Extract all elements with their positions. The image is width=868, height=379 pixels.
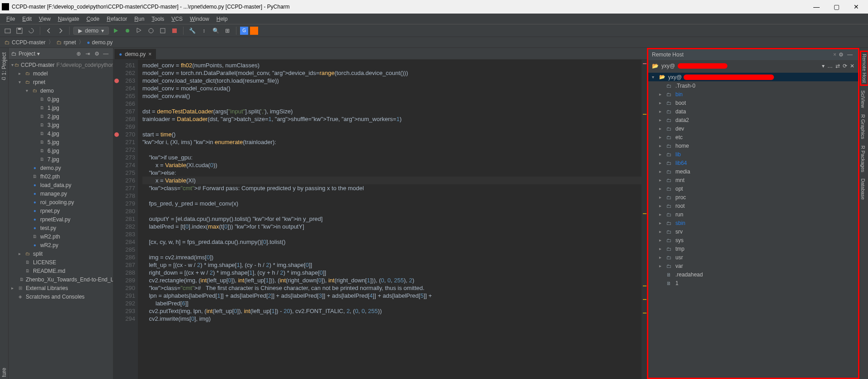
tree-row[interactable]: ●roi_pooling.py bbox=[9, 198, 113, 206]
hide-icon[interactable]: — bbox=[845, 50, 854, 59]
remote-tree-row[interactable]: ▸🗀mnt bbox=[648, 176, 858, 184]
tree-row[interactable]: 🗎fh02.pth bbox=[9, 172, 113, 181]
remote-tree[interactable]: ▾ 📂 yxy@ 🗀.Trash-0▸🗀bin▸🗀boot▸🗀data▸🗀dat… bbox=[648, 72, 858, 378]
remote-host-selector[interactable]: 📂 yxy@ ▾ … ⇄ ⟳ ✕ bbox=[648, 60, 858, 72]
tree-row[interactable]: ●wR2.py bbox=[9, 241, 113, 249]
menu-window[interactable]: Window bbox=[186, 14, 213, 24]
structure-tool-button[interactable]: ture bbox=[1, 366, 7, 379]
breadcrumb-item[interactable]: 🗀CCPD-master bbox=[3, 39, 47, 46]
filter-icon[interactable]: ⇄ bbox=[835, 63, 840, 69]
remote-tree-row[interactable]: ▸🗀usr bbox=[648, 253, 858, 262]
tree-row[interactable]: 🗎1.jpg bbox=[9, 103, 113, 112]
tree-row[interactable]: ◈Scratches and Consoles bbox=[9, 292, 113, 301]
remote-tree-row[interactable]: 🗀.Trash-0 bbox=[648, 81, 858, 90]
more-icon[interactable]: … bbox=[827, 63, 833, 69]
remote-tree-row[interactable]: ▸🗀proc bbox=[648, 193, 858, 201]
remote-tree-row[interactable]: ▸🗀lib bbox=[648, 150, 858, 159]
remote-tree-row[interactable]: ▸🗀etc bbox=[648, 133, 858, 141]
remote-tree-row[interactable]: ▸🗀data bbox=[648, 107, 858, 116]
tree-row[interactable]: ●manage.py bbox=[9, 189, 113, 198]
breadcrumb-item[interactable]: ●demo.py bbox=[85, 39, 114, 46]
google-icon[interactable]: G bbox=[240, 27, 248, 35]
tree-row[interactable]: ●test.py bbox=[9, 224, 113, 232]
remote-tree-row[interactable]: ▸🗀root bbox=[648, 201, 858, 210]
stop-button[interactable] bbox=[170, 26, 179, 36]
orange-icon[interactable] bbox=[250, 27, 258, 35]
gear-icon[interactable]: ⚙ bbox=[92, 49, 101, 58]
tree-row[interactable]: ▾🗀rpnet bbox=[9, 78, 113, 86]
tree-row[interactable]: 🗎5.jpg bbox=[9, 138, 113, 146]
tool-r-packages[interactable]: R Packages bbox=[860, 144, 866, 174]
save-icon[interactable] bbox=[14, 26, 24, 36]
tree-row[interactable]: ▾🗀demo bbox=[9, 86, 113, 95]
chevron-down-icon[interactable]: ▾ bbox=[37, 51, 40, 57]
close-icon[interactable]: ✕ bbox=[850, 63, 854, 69]
project-tool-button[interactable]: 🗀 1: Project bbox=[1, 51, 7, 83]
run-button[interactable] bbox=[111, 26, 121, 36]
error-stripe[interactable] bbox=[642, 60, 647, 379]
remote-tree-row[interactable]: ▸🗀home bbox=[648, 141, 858, 150]
remote-tree-row[interactable]: 🗎.readahead bbox=[648, 270, 858, 279]
tree-row[interactable]: ●load_data.py bbox=[9, 181, 113, 189]
menu-view[interactable]: View bbox=[35, 14, 54, 24]
gear-icon[interactable]: ⚙ bbox=[836, 50, 845, 59]
open-icon[interactable] bbox=[3, 26, 13, 36]
tree-row[interactable]: 🗎0.jpg bbox=[9, 95, 113, 103]
locate-icon[interactable]: ⊕ bbox=[74, 49, 83, 58]
editor-tab-demo[interactable]: ● demo.py × bbox=[114, 49, 156, 59]
chevron-down-icon[interactable]: ▾ bbox=[822, 63, 825, 69]
tool-remote-host[interactable]: Remote Host bbox=[860, 51, 868, 86]
structure-icon[interactable]: ⊞ bbox=[222, 26, 232, 36]
tree-row[interactable]: 🗎LICENSE bbox=[9, 258, 113, 267]
menu-tools[interactable]: Tools bbox=[148, 14, 168, 24]
remote-tree-row[interactable]: ▸🗀run bbox=[648, 210, 858, 219]
back-icon[interactable] bbox=[44, 26, 54, 36]
menu-code[interactable]: Code bbox=[83, 14, 103, 24]
maximize-button[interactable]: ▢ bbox=[826, 0, 846, 14]
wrench-icon[interactable]: 🔧 bbox=[187, 26, 197, 36]
remote-tree-row[interactable]: ▸🗀tmp bbox=[648, 244, 858, 253]
remote-tree-row[interactable]: ▸🗀lib64 bbox=[648, 159, 858, 167]
tree-row[interactable]: 🗎wR2.pth bbox=[9, 232, 113, 241]
tool-database[interactable]: Database bbox=[860, 177, 866, 201]
tree-row[interactable]: 🗎2.jpg bbox=[9, 112, 113, 121]
tree-row[interactable]: ▸⊞External Libraries bbox=[9, 284, 113, 292]
remote-tree-row[interactable]: ▸🗀var bbox=[648, 262, 858, 270]
menu-run[interactable]: Run bbox=[131, 14, 148, 24]
tree-row[interactable]: ▸🗀model bbox=[9, 69, 113, 78]
sync-icon[interactable]: ↕ bbox=[199, 26, 209, 36]
close-tab-icon[interactable]: × bbox=[833, 51, 836, 58]
project-tree[interactable]: ▾🗀CCPD-masterF:\develop_code\python\CCPD… bbox=[9, 60, 113, 379]
run-coverage-button[interactable] bbox=[134, 26, 144, 36]
close-tab-icon[interactable]: × bbox=[148, 51, 151, 57]
forward-icon[interactable] bbox=[56, 26, 66, 36]
remote-tree-row[interactable]: ▸🗀sbin bbox=[648, 219, 858, 227]
tool-r-graphics[interactable]: R Graphics bbox=[860, 112, 866, 141]
menu-refactor[interactable]: Refactor bbox=[103, 14, 131, 24]
remote-tree-row[interactable]: ▸🗀opt bbox=[648, 184, 858, 193]
attach-button[interactable] bbox=[158, 26, 168, 36]
refresh-icon[interactable] bbox=[26, 26, 36, 36]
tree-row[interactable]: 🗎README.md bbox=[9, 267, 113, 275]
refresh-icon[interactable]: ⟳ bbox=[843, 63, 847, 69]
profile-button[interactable] bbox=[146, 26, 156, 36]
tree-row[interactable]: ●demo.py bbox=[9, 164, 113, 172]
breadcrumb-item[interactable]: 🗀rpnet bbox=[55, 39, 78, 46]
menu-help[interactable]: Help bbox=[213, 14, 231, 24]
remote-root-row[interactable]: ▾ 📂 yxy@ bbox=[648, 73, 858, 81]
remote-tree-row[interactable]: ▸🗀dev bbox=[648, 124, 858, 133]
menu-navigate[interactable]: Navigate bbox=[54, 14, 83, 24]
breakpoint-gutter[interactable] bbox=[113, 60, 120, 379]
menu-vcs[interactable]: VCS bbox=[168, 14, 186, 24]
menu-file[interactable]: File bbox=[3, 14, 19, 24]
remote-tree-row[interactable]: ▸🗀media bbox=[648, 167, 858, 176]
close-button[interactable]: ✕ bbox=[846, 0, 866, 14]
tree-row[interactable]: ▸🗀split bbox=[9, 249, 113, 258]
tree-row[interactable]: 🗎Zhenbo_Xu_Towards_End-to-End_Licen bbox=[9, 275, 113, 284]
code-editor[interactable]: model_conv = fh02(numPoints, numClasses)… bbox=[138, 60, 642, 379]
remote-tree-row[interactable]: ▸🗀srv bbox=[648, 227, 858, 236]
remote-tree-row[interactable]: 🗎1 bbox=[648, 279, 858, 287]
search-icon[interactable]: 🔍 bbox=[211, 26, 221, 36]
tree-row[interactable]: ●rpnetEval.py bbox=[9, 215, 113, 224]
collapse-icon[interactable]: ⇥ bbox=[83, 49, 92, 58]
